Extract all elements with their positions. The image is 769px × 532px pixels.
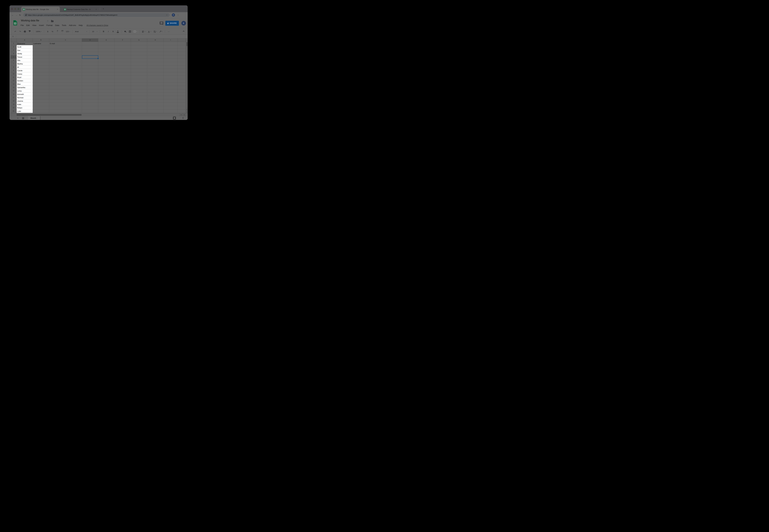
cell-i2[interactable]: [163, 45, 178, 49]
cell-g7[interactable]: [131, 62, 147, 66]
cell-e8[interactable]: [98, 66, 114, 69]
cell-d14[interactable]: [82, 86, 98, 89]
cell-i4[interactable]: [163, 52, 178, 55]
column-header-c[interactable]: C: [49, 38, 82, 42]
cell-a14[interactable]: Samantha: [17, 86, 33, 89]
redo-icon[interactable]: ↷: [19, 30, 21, 33]
row-header-2[interactable]: 2: [11, 45, 17, 49]
cell-c20[interactable]: [49, 106, 82, 109]
cell-h14[interactable]: [147, 86, 163, 89]
cell-b21[interactable]: [33, 109, 49, 113]
row-header-4[interactable]: 4: [11, 52, 17, 55]
cell-g1[interactable]: [131, 42, 147, 45]
cell-f13[interactable]: [114, 82, 131, 86]
text-wrap-icon[interactable]: ▾: [153, 31, 157, 33]
cell-c14[interactable]: [49, 86, 82, 89]
menu-tools[interactable]: Tools: [62, 24, 66, 26]
zoom-select[interactable]: 100%▾: [36, 31, 42, 32]
column-header-f[interactable]: F: [114, 38, 131, 42]
cell-d11[interactable]: [82, 76, 98, 79]
column-header-e[interactable]: E: [98, 38, 114, 42]
cell-c7[interactable]: [49, 62, 82, 66]
scroll-down-button[interactable]: ▼: [186, 111, 188, 113]
cell-j12[interactable]: [178, 79, 186, 82]
row-header-21[interactable]: 21: [11, 109, 17, 113]
comment-history-icon[interactable]: [160, 22, 163, 24]
cell-g11[interactable]: [131, 76, 147, 79]
undo-icon[interactable]: ↶: [14, 30, 16, 33]
cell-c16[interactable]: [49, 93, 82, 96]
cell-e14[interactable]: [98, 86, 114, 89]
row-header-14[interactable]: 14: [11, 86, 17, 89]
increase-decimal-button[interactable]: .00→: [61, 30, 63, 33]
cell-g13[interactable]: [131, 82, 147, 86]
cell-d2[interactable]: [82, 45, 98, 49]
cell-j15[interactable]: [178, 89, 186, 93]
cell-g15[interactable]: [131, 89, 147, 93]
cell-a9[interactable]: Carole: [17, 69, 33, 72]
column-header-i[interactable]: I: [163, 38, 178, 42]
cell-f17[interactable]: [114, 96, 131, 99]
cell-h18[interactable]: [147, 99, 163, 103]
cell-a7[interactable]: Martha: [17, 62, 33, 66]
cell-a12[interactable]: Gordon: [17, 79, 33, 82]
more-toolbar-icon[interactable]: ⋯: [167, 30, 170, 33]
cell-c15[interactable]: [49, 89, 82, 93]
cell-i14[interactable]: [163, 86, 178, 89]
cell-b9[interactable]: [33, 69, 49, 72]
cell-f15[interactable]: [114, 89, 131, 93]
cell-d8[interactable]: [82, 66, 98, 69]
cell-i13[interactable]: [163, 82, 178, 86]
horizontal-scrollbar[interactable]: ◀ ▶: [10, 113, 188, 116]
cell-g20[interactable]: [131, 106, 147, 109]
cell-f20[interactable]: [114, 106, 131, 109]
cell-h11[interactable]: [147, 76, 163, 79]
cell-g21[interactable]: [131, 109, 147, 113]
fill-handle[interactable]: [98, 58, 99, 59]
cell-i18[interactable]: [163, 99, 178, 103]
sheet-tab-sheet1[interactable]: Sheet1 ▾: [28, 116, 40, 120]
cell-e15[interactable]: [98, 89, 114, 93]
cell-g3[interactable]: [131, 49, 147, 52]
cell-c6[interactable]: [49, 59, 82, 62]
cell-b18[interactable]: [33, 99, 49, 103]
cell-e1[interactable]: [98, 42, 114, 45]
cell-h16[interactable]: [147, 93, 163, 96]
cell-j20[interactable]: [178, 106, 186, 109]
cell-h13[interactable]: [147, 82, 163, 86]
cell-c17[interactable]: [49, 96, 82, 99]
cell-h3[interactable]: [147, 49, 163, 52]
cell-d1[interactable]: [82, 42, 98, 45]
cell-i5[interactable]: [163, 55, 178, 59]
borders-icon[interactable]: [129, 30, 131, 33]
cell-f2[interactable]: [114, 45, 131, 49]
cell-g14[interactable]: [131, 86, 147, 89]
bookmark-star-icon[interactable]: ☆: [166, 14, 168, 16]
cell-i11[interactable]: [163, 76, 178, 79]
menu-add-ons[interactable]: Add-ons: [69, 24, 76, 26]
cell-j1[interactable]: [178, 42, 186, 45]
horizontal-scrollbar-thumb[interactable]: [17, 114, 82, 116]
cell-j10[interactable]: [178, 72, 186, 76]
cell-f5[interactable]: [114, 55, 131, 59]
cell-i6[interactable]: [163, 59, 178, 62]
vertical-scrollbar-thumb[interactable]: [186, 42, 187, 46]
cell-a8[interactable]: Al: [17, 66, 33, 69]
cell-f1[interactable]: [114, 42, 131, 45]
account-avatar[interactable]: K: [181, 21, 186, 26]
cell-h20[interactable]: [147, 106, 163, 109]
cell-c21[interactable]: [49, 109, 82, 113]
cell-j8[interactable]: [178, 66, 186, 69]
cell-i20[interactable]: [163, 106, 178, 109]
minimize-window-button[interactable]: [14, 8, 16, 10]
cell-j19[interactable]: [178, 103, 186, 106]
cell-b13[interactable]: [33, 82, 49, 86]
cell-e19[interactable]: [98, 103, 114, 106]
tab-backup-customer-data-file[interactable]: Backup Customer Data File - G ×: [62, 7, 99, 12]
cell-e4[interactable]: [98, 52, 114, 55]
cell-f9[interactable]: [114, 69, 131, 72]
cell-e12[interactable]: [98, 79, 114, 82]
cell-e7[interactable]: [98, 62, 114, 66]
cell-c8[interactable]: [49, 66, 82, 69]
cell-i3[interactable]: [163, 49, 178, 52]
